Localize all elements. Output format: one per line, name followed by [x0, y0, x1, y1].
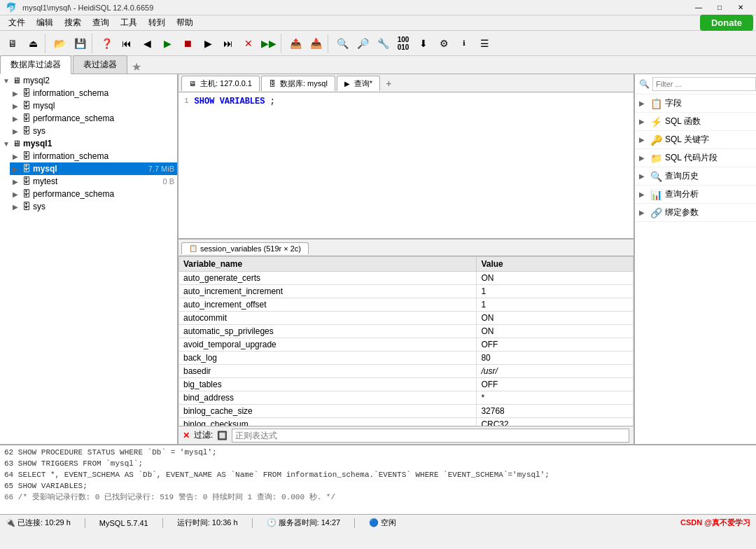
- query-tab-db[interactable]: 🗄 数据库: mysql: [261, 76, 335, 91]
- tb-down[interactable]: ⬇: [414, 34, 433, 53]
- tab-table-filter[interactable]: 表过滤器: [73, 55, 127, 74]
- table-row[interactable]: basedir/usr/: [179, 365, 634, 378]
- window-title: mysql1\mysql\ - HeidiSQL 12.4.0.6659: [22, 4, 689, 12]
- right-panel-search[interactable]: [652, 77, 756, 91]
- table-row[interactable]: auto_increment_offset1: [179, 298, 634, 312]
- tb-count[interactable]: 100010: [393, 34, 413, 53]
- status-sep4: [354, 518, 355, 528]
- menu-edit[interactable]: 编辑: [31, 15, 59, 30]
- tree-item[interactable]: ▶ 🗄 mytest 0 B: [10, 175, 177, 188]
- filter-close-btn[interactable]: ✕: [183, 431, 190, 440]
- rp-item-sql-keyword[interactable]: ▶ 🔑 SQL 关键字: [635, 131, 756, 149]
- tb-stop[interactable]: ⏹: [178, 34, 197, 53]
- table-row[interactable]: auto_increment_increment1: [179, 285, 634, 298]
- tb-run-all[interactable]: ▶▶: [259, 34, 279, 53]
- close-button[interactable]: ✕: [731, 1, 750, 14]
- col-header-value[interactable]: Value: [477, 257, 634, 272]
- tb-misc[interactable]: ☰: [475, 34, 494, 53]
- tb-open-sql[interactable]: 📂: [50, 34, 69, 53]
- query-tab-host[interactable]: 🖥 主机: 127.0.0.1: [181, 76, 260, 91]
- tb-help[interactable]: ❓: [97, 34, 116, 53]
- menu-query[interactable]: 查询: [87, 15, 115, 30]
- rp-item-query-history[interactable]: ▶ 🔍 查询历史: [635, 167, 756, 186]
- query-tab-label: 查询*: [354, 78, 372, 89]
- col-header-variable[interactable]: Variable_name: [179, 257, 477, 272]
- rp-item-sql-func[interactable]: ▶ ⚡ SQL 函数: [635, 113, 756, 131]
- tb-cancel[interactable]: ✕: [239, 34, 258, 53]
- tree-root-mysql2[interactable]: ▼ 🖥 mysql2: [0, 74, 177, 87]
- tb-info[interactable]: ℹ: [454, 34, 474, 53]
- tree-item[interactable]: ▶ 🗄 information_schema: [10, 150, 177, 162]
- tree-item[interactable]: ▶ 🗄 mysql: [10, 99, 177, 112]
- tree-item[interactable]: ▶ 🗄 performance_schema: [10, 188, 177, 200]
- menu-goto[interactable]: 转到: [143, 15, 171, 30]
- variable-name-cell: automatic_sp_privileges: [179, 325, 477, 338]
- query-code: SHOW VARIABLES ;: [195, 97, 275, 106]
- value-cell: 80: [477, 352, 634, 365]
- table-row[interactable]: binlog_cache_size32768: [179, 405, 634, 418]
- tb-first[interactable]: ⏮: [117, 34, 136, 53]
- table-row[interactable]: avoid_temporal_upgradeOFF: [179, 338, 634, 352]
- new-tab-btn[interactable]: +: [380, 76, 397, 91]
- table-row[interactable]: big_tablesOFF: [179, 378, 634, 391]
- tree-item[interactable]: ▶ 🗄 sys: [10, 125, 177, 137]
- tree-root-mysql1[interactable]: ▼ 🖥 mysql1: [0, 137, 177, 150]
- filter-input[interactable]: [232, 429, 629, 443]
- tb-import[interactable]: 📥: [306, 34, 326, 53]
- tb-prev[interactable]: ◀: [137, 34, 157, 53]
- tb-save-sql[interactable]: 💾: [70, 34, 90, 53]
- result-tab-session[interactable]: 📋 session_variables (519r × 2c): [181, 242, 309, 254]
- value-cell: OFF: [477, 378, 634, 391]
- menu-file[interactable]: 文件: [3, 15, 31, 30]
- rp-label: 查询分析: [665, 188, 699, 200]
- maximize-button[interactable]: □: [710, 1, 729, 14]
- table-row[interactable]: binlog_checksumCRC32: [179, 418, 634, 426]
- tb-options[interactable]: ⚙: [434, 34, 454, 53]
- query-editor[interactable]: 1 SHOW VARIABLES ;: [178, 92, 634, 239]
- tree-item[interactable]: ▶ 🗄 sys: [10, 200, 177, 213]
- rp-item-bind-params[interactable]: ▶ 🔗 绑定参数: [635, 204, 756, 222]
- table-result-icon: 📋: [189, 244, 197, 252]
- tree-item[interactable]: ▶ 🗄 performance_schema: [10, 112, 177, 125]
- menu-tools[interactable]: 工具: [115, 15, 143, 30]
- sql-snippet-icon: 📁: [650, 153, 662, 164]
- menu-search[interactable]: 搜索: [59, 15, 87, 30]
- tree-item[interactable]: ▶ 🗄 information_schema: [10, 87, 177, 99]
- query-tab-query[interactable]: ▶ 查询*: [337, 76, 380, 91]
- tb-filter[interactable]: 🔧: [373, 34, 393, 53]
- variable-name-cell: binlog_checksum: [179, 418, 477, 426]
- tab-star[interactable]: ★: [132, 60, 141, 74]
- tree-item-mysql-selected[interactable]: ▶ 🗄 mysql 7.7 MiB: [10, 162, 177, 175]
- value-cell: ON: [477, 325, 634, 338]
- rp-item-sql-snippet[interactable]: ▶ 📁 SQL 代码片段: [635, 149, 756, 167]
- table-row[interactable]: back_log80: [179, 352, 634, 365]
- tb-export[interactable]: 📤: [286, 34, 305, 53]
- table-header-row: Variable_name Value: [179, 257, 634, 272]
- db-version-label: MySQL 5.7.41: [99, 519, 148, 527]
- tb-next[interactable]: ▶: [198, 34, 218, 53]
- tb-search2[interactable]: 🔎: [353, 34, 372, 53]
- menu-help[interactable]: 帮助: [171, 15, 199, 30]
- tb-new-session[interactable]: 🖥: [3, 34, 22, 53]
- filter-label: 过滤:: [194, 429, 213, 441]
- server-time-label: 服务器时间: 14:27: [279, 517, 341, 528]
- tb-disconnect[interactable]: ⏏: [23, 34, 43, 53]
- table-row[interactable]: bind_address*: [179, 391, 634, 405]
- tab-db-filter[interactable]: 数据库过滤器: [0, 55, 71, 74]
- results-table-container[interactable]: Variable_name Value auto_generate_certsO…: [178, 256, 634, 426]
- log-area[interactable]: 62 SHOW PROCEDURE STATUS WHERE `Db` = 'm…: [0, 444, 756, 514]
- rp-item-query-analysis[interactable]: ▶ 📊 查询分析: [635, 186, 756, 204]
- table-row[interactable]: autocommitON: [179, 312, 634, 325]
- rp-item-fields[interactable]: ▶ 📋 字段: [635, 95, 756, 113]
- connected-label: 已连接: 10:29 h: [18, 517, 71, 528]
- minimize-button[interactable]: —: [689, 1, 708, 14]
- tb-run[interactable]: ▶: [158, 34, 177, 53]
- table-row[interactable]: auto_generate_certsON: [179, 272, 634, 285]
- right-panel-filter: 🔍: [635, 74, 756, 95]
- table-row[interactable]: automatic_sp_privilegesON: [179, 325, 634, 338]
- donate-button[interactable]: Donate: [700, 15, 753, 31]
- variable-name-cell: avoid_temporal_upgrade: [179, 338, 477, 352]
- tb-last[interactable]: ⏭: [218, 34, 238, 53]
- expand-icon: ▶: [639, 190, 648, 198]
- tb-search[interactable]: 🔍: [332, 34, 352, 53]
